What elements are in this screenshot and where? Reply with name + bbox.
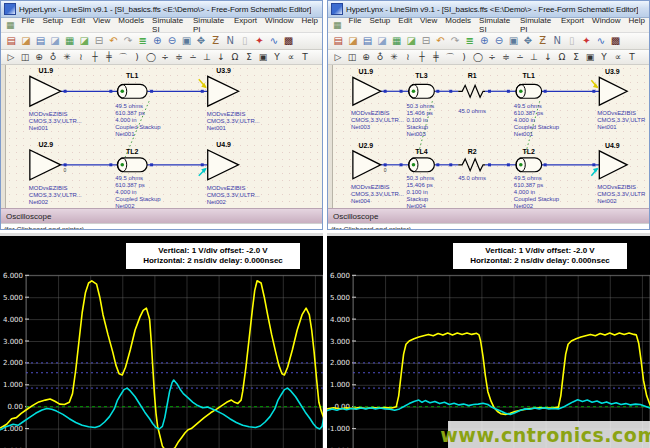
tline-tl3[interactable]: TL3 50.3 ohms 15.406 ps 0.100 in Stackup… [407, 72, 435, 137]
add-rpack-icon[interactable]: ÷ [485, 53, 499, 62]
net-node[interactable] [544, 90, 547, 93]
buffer-u3-9[interactable]: U3.9 MODvsEZIBIS CMOS,3.3V,ULTR Net001 [591, 68, 646, 130]
net-node[interactable] [507, 90, 510, 93]
zoom-in-icon[interactable]: ⊕ [150, 36, 165, 46]
net-node[interactable] [64, 163, 67, 166]
buffer-u4-9[interactable]: U4.9 MODvsEZIBIS CMOS,3.3V,ULTR... Net00… [199, 141, 260, 205]
tline-tl1[interactable]: TL1 49.5 ohms 610.387 ps 4.000 in Couple… [115, 72, 161, 137]
menu-bar[interactable]: ▦ FileSetupEditViewModelsSimulate SISimu… [1, 18, 322, 33]
net-node[interactable] [109, 163, 112, 166]
resistor-r2[interactable]: R2 45.0 ohms [458, 148, 486, 181]
add-tline-icon[interactable]: ∝ [284, 53, 298, 62]
net-node[interactable] [150, 163, 153, 166]
net-node[interactable] [544, 163, 547, 166]
add-ic-icon[interactable]: ⊕ [359, 53, 373, 62]
undo-icon[interactable]: ↶ [433, 36, 448, 46]
add-sum-icon[interactable]: Σ [242, 53, 256, 62]
menu-file[interactable]: File [345, 16, 366, 34]
zoom-region-icon[interactable]: ▣ [506, 36, 521, 46]
add-bend-icon[interactable]: ) [130, 53, 144, 62]
stackup-editor-icon[interactable]: ≣ [135, 36, 150, 46]
netlist-icon[interactable]: N [550, 36, 565, 46]
netlist-icon[interactable]: N [223, 36, 238, 46]
redo-icon[interactable]: ↷ [448, 36, 463, 46]
add-arc-icon[interactable]: ⌒ [443, 53, 457, 62]
net-node[interactable] [64, 90, 67, 93]
run-simulation-icon[interactable]: ▷ [4, 53, 18, 62]
save-icon[interactable]: ▦ [389, 36, 404, 46]
menu-export[interactable]: Export [230, 16, 261, 34]
net-node[interactable] [436, 90, 439, 93]
add-text-icon[interactable]: T [625, 53, 639, 62]
add-area-icon[interactable]: ▣ [583, 53, 597, 62]
blank-doc-icon[interactable]: ▯ [238, 36, 253, 46]
oscilloscope-docked-titlebar[interactable]: Oscilloscope [328, 208, 649, 223]
tline-tl2[interactable]: TL2 49.5 ohms 610.387 ps 4.000 in Couple… [514, 148, 560, 208]
resistor-r1[interactable]: R1 45.0 ohms [458, 72, 486, 114]
scope-plot-left[interactable]: 6.0005.0004.0003.0002.0001.0000.00-1.000… [0, 236, 323, 448]
select-cell-icon[interactable]: ◫ [345, 53, 359, 62]
zoom-out-icon[interactable]: ⊖ [492, 36, 507, 46]
net-node[interactable] [150, 90, 153, 93]
tline-tl2[interactable]: TL2 49.5 ohms 610.387 ps 4.000 in Couple… [115, 148, 161, 208]
wizard-icon[interactable]: ✦ [252, 36, 267, 46]
add-junction-icon[interactable]: Y [270, 53, 284, 62]
print-icon[interactable]: ⊟ [419, 36, 434, 46]
add-area-icon[interactable]: ▣ [256, 53, 270, 62]
print-icon[interactable]: ⊟ [92, 36, 107, 46]
open-file-icon[interactable]: ◪ [346, 36, 361, 46]
stackup-editor-icon[interactable]: ≣ [462, 36, 477, 46]
add-bend-icon[interactable]: ) [457, 53, 471, 62]
net-node[interactable] [507, 163, 510, 166]
add-inductor-icon[interactable]: ∸ [186, 53, 200, 62]
new-file-icon[interactable]: ▤ [4, 36, 19, 46]
add-pulldown-icon[interactable]: ↓ [214, 53, 228, 62]
menu-setup[interactable]: Setup [365, 16, 394, 34]
add-wire-icon[interactable]: ≀ [401, 53, 415, 62]
impedance-wizard-icon[interactable]: Ƶ [535, 36, 550, 46]
save-as-icon[interactable]: ◪ [77, 36, 92, 46]
net-node[interactable] [384, 163, 387, 166]
net-node[interactable] [201, 90, 204, 93]
open-session-icon[interactable]: ◪ [48, 36, 63, 46]
add-inductor-icon[interactable]: ∸ [513, 53, 527, 62]
add-star-icon[interactable]: ✳ [60, 53, 74, 62]
blank-doc-icon[interactable]: ▯ [565, 36, 580, 46]
add-rpack-icon[interactable]: ÷ [158, 53, 172, 62]
menu-window[interactable]: Window [588, 16, 624, 34]
net-node[interactable] [436, 163, 439, 166]
net-node[interactable] [201, 163, 204, 166]
zoom-out-icon[interactable]: ⊖ [165, 36, 180, 46]
menu-view[interactable]: View [416, 16, 441, 34]
net-node[interactable] [488, 90, 491, 93]
add-ferrite-icon[interactable]: Ω [555, 53, 569, 62]
buffer-u2-9[interactable]: U2.9 0 MODvsEZIBIS CMOS,3.3V,ULTR... Net… [29, 141, 82, 205]
menu-file[interactable]: File [18, 16, 39, 34]
add-pulldown-icon[interactable]: ↓ [541, 53, 555, 62]
add-wire-icon[interactable]: ≀ [74, 53, 88, 62]
add-clock-icon[interactable]: ♁ [373, 53, 387, 62]
add-ground-icon[interactable]: ⊥ [527, 53, 541, 62]
schematic-left[interactable]: U1.9 MODvsEZIBIS CMOS,3.3V,ULTR... Net00… [6, 65, 322, 208]
add-via-icon[interactable]: ┼ [415, 53, 429, 62]
buffer-u4-9[interactable]: U4.9 MODvsEZIBIS CMOS,3.3V,ULTR Net002 [591, 142, 646, 204]
add-tline-icon[interactable]: ∝ [611, 53, 625, 62]
add-clock-icon[interactable]: ♁ [46, 53, 60, 62]
menu-models[interactable]: Models [114, 16, 148, 34]
menu-view[interactable]: View [89, 16, 114, 34]
run-simulation-icon[interactable]: ▷ [331, 53, 345, 62]
menu-edit[interactable]: Edit [67, 16, 89, 34]
add-ferrite-icon[interactable]: Ω [228, 53, 242, 62]
add-star-icon[interactable]: ✳ [387, 53, 401, 62]
menu-simulate-si[interactable]: Simulate SI [475, 16, 516, 34]
add-pad-icon[interactable]: ◯ [144, 53, 158, 62]
open-session-icon[interactable]: ◪ [375, 36, 390, 46]
add-ic-icon[interactable]: ⊕ [32, 53, 46, 62]
menu-export[interactable]: Export [557, 16, 588, 34]
net-node[interactable] [109, 90, 112, 93]
undo-icon[interactable]: ↶ [106, 36, 121, 46]
add-text-icon[interactable]: T [298, 53, 312, 62]
net-node[interactable] [592, 163, 595, 166]
menu-setup[interactable]: Setup [38, 16, 67, 34]
add-capacitor-icon[interactable]: ≑ [172, 53, 186, 62]
